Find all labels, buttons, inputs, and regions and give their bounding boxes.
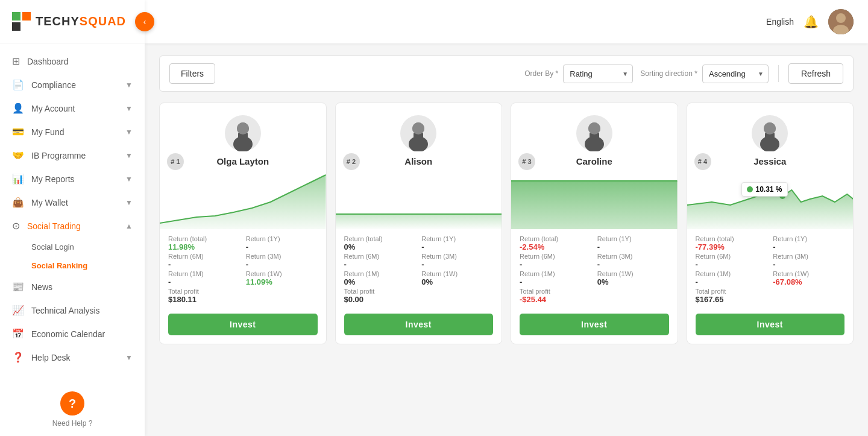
language-selector[interactable]: English [766,17,794,27]
invest-area-4: Invest [687,308,854,344]
chart-4: 10.31 % [687,169,854,229]
stat-return-total-4: Return (total) -77.39% [696,235,767,251]
sidebar-label-wallet: My Wallet [31,198,125,207]
trader-avatar-1 [225,115,261,151]
sidebar-item-helpdesk[interactable]: ❓ Help Desk ▼ [0,346,145,369]
sorting-select[interactable]: Ascending Descending [702,65,769,83]
sorting-label: Sorting direction * [640,69,697,78]
stat-return-1m-3: Return (1M) - [520,270,591,286]
sidebar-item-wallet[interactable]: 👜 My Wallet ▼ [0,191,145,214]
help-label: Need Help ? [52,419,93,428]
trader-card-2: # 2 Alison [335,103,503,344]
trader-avatar-4 [752,115,788,151]
stat-total-profit-2: Total profit $0.00 [344,288,416,304]
sidebar-label-helpdesk: Help Desk [31,353,125,362]
logo-area: TECHYSQUAD ‹ [0,0,145,43]
helpdesk-icon: ❓ [12,352,24,363]
card-header-3: # 3 Caroline [511,103,678,169]
sidebar-item-social-login[interactable]: Social Login [0,238,145,256]
news-icon: 📰 [12,281,24,292]
calendar-icon: 📅 [12,328,24,340]
svg-point-7 [237,122,249,134]
sidebar-label-dashboard: Dashboard [27,57,133,66]
stat-return-3m-3: Return (3M) - [597,253,669,269]
sidebar-item-technical[interactable]: 📈 Technical Analysis [0,299,145,322]
sidebar-label-calendar: Economic Calendar [31,329,133,339]
account-arrow-icon: ▼ [125,104,133,113]
stat-return-1w-2: Return (1W) 0% [421,270,493,286]
stats-4: Return (total) -77.39% Return (1Y) - Ret… [687,229,854,308]
stat-return-1y-1: Return (1Y) - [246,235,318,251]
sidebar-item-account[interactable]: 👤 My Account ▼ [0,96,145,120]
brand-techy: TECHY [36,14,80,28]
invest-button-4[interactable]: Invest [696,314,845,335]
sidebar-item-fund[interactable]: 💳 My Fund ▼ [0,120,145,144]
dashboard-icon: ⊞ [12,55,20,67]
sidebar-collapse-button[interactable]: ‹ [135,12,154,31]
invest-button-2[interactable]: Invest [344,314,494,335]
sidebar-label-ib: IB Programme [31,151,125,160]
trader-card-3: # 3 Caroline [511,103,678,344]
sidebar-nav: ⊞ Dashboard 📄 Compliance ▼ 👤 My Account … [0,43,145,383]
brand-name: TECHYSQUAD [36,14,126,28]
sidebar-item-compliance[interactable]: 📄 Compliance ▼ [0,73,145,96]
social-ranking-label: Social Ranking [31,261,87,270]
stat-return-1m-2: Return (1M) 0% [344,270,416,286]
card-header-1: # 1 Olga Layton [160,103,326,169]
rank-badge-3: # 3 [518,153,535,170]
invest-button-3[interactable]: Invest [520,314,669,335]
stat-return-total-2: Return (total) 0% [344,235,416,251]
sidebar-item-dashboard[interactable]: ⊞ Dashboard [0,49,145,73]
social-login-label: Social Login [31,242,74,251]
filters-button[interactable]: Filters [169,63,215,84]
invest-area-2: Invest [336,308,502,344]
trader-name-3: Caroline [576,156,612,166]
trader-card-4: # 4 Jessica [687,103,854,344]
stat-return-1w-3: Return (1W) 0% [597,270,669,286]
invest-button-1[interactable]: Invest [168,314,318,335]
sidebar-help: ? Need Help ? [0,383,145,436]
trader-card-1: # 1 Olga Layton [159,103,327,344]
stat-return-6m-2: Return (6M) - [344,253,416,269]
notification-bell-icon[interactable]: 🔔 [804,14,819,29]
rank-badge-1: # 1 [167,153,184,170]
stat-return-3m-4: Return (3M) - [773,253,844,269]
order-by-select[interactable]: Rating Return (total) Return (1Y) Return… [563,65,633,83]
trader-name-2: Alison [404,156,432,166]
refresh-button[interactable]: Refresh [788,63,843,84]
sorting-select-wrapper: Ascending Descending [702,65,769,83]
sidebar: TECHYSQUAD ‹ ⊞ Dashboard 📄 Compliance ▼ … [0,0,145,436]
invest-area-3: Invest [511,308,678,344]
trader-avatar-2 [400,115,436,151]
sidebar-item-reports[interactable]: 📊 My Reports ▼ [0,167,145,191]
svg-rect-6 [238,133,248,143]
sorting-group: Sorting direction * Ascending Descending [640,65,769,83]
stat-return-1w-1: Return (1W) 11.09% [246,270,318,286]
fund-icon: 💳 [12,126,24,137]
stat-return-total-label-1: Return (total) 11.98% [168,235,240,251]
stat-return-1m-1: Return (1M) - [168,270,240,286]
order-by-label: Order By * [524,69,558,78]
wallet-icon: 👜 [12,197,24,208]
main-area: English 🔔 Filters Order By * Ra [145,0,868,436]
sidebar-item-news[interactable]: 📰 News [0,275,145,299]
svg-point-12 [412,122,424,134]
sidebar-item-calendar[interactable]: 📅 Economic Calendar [0,322,145,346]
stat-return-3m-1: Return (3M) - [246,253,318,269]
chart-3 [511,169,678,229]
avatar[interactable] [828,9,854,34]
sidebar-item-ib[interactable]: 🤝 IB Programme ▼ [0,144,145,167]
card-header-4: # 4 Jessica [687,103,854,169]
logo-icon [12,12,31,31]
technical-icon: 📈 [12,305,24,316]
rank-badge-2: # 2 [343,153,360,170]
stat-return-6m-4: Return (6M) - [696,253,767,269]
logo-sq-white [22,22,31,31]
tooltip-value: 10.31 % [756,185,782,194]
help-button[interactable]: ? [60,391,84,415]
rank-badge-4: # 4 [694,153,711,170]
sidebar-label-reports: My Reports [31,174,125,184]
sidebar-item-social-trading[interactable]: ⊙ Social Trading ▲ [0,214,145,238]
sidebar-label-compliance: Compliance [31,80,125,90]
sidebar-item-social-ranking[interactable]: Social Ranking [0,256,145,275]
